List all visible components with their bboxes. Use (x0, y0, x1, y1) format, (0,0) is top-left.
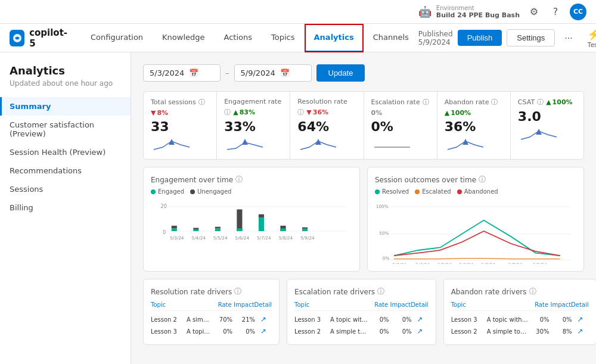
calendar-icon-from: 📅 (189, 69, 198, 77)
test-icon: ⚡ (587, 28, 596, 41)
legend-dot-escalated (415, 189, 420, 194)
settings-button[interactable]: Settings (507, 29, 555, 46)
metric-info-csat[interactable]: ⓘ (537, 98, 544, 107)
table-title-resolution: Resolution rate drivers ⓘ (151, 287, 272, 297)
nav-item-analytics[interactable]: Analytics (305, 24, 364, 52)
table-row-escalation-0: Lesson 3 A topic with a condition, va...… (294, 313, 429, 325)
nav-item-topics[interactable]: Topics (262, 24, 304, 52)
update-button[interactable]: Update (316, 64, 365, 82)
arrow-up-icon-csat: ▲ (546, 98, 551, 106)
session-outcomes-chart-svg: 100% 50% 0% 5/3/24 5/4/24 5/5 (375, 198, 576, 264)
metric-value-resolution-rate: 64% (297, 119, 356, 134)
col-header-detail-res: Detail (254, 301, 272, 308)
col-header-impact-res: Impact (232, 301, 254, 308)
svg-text:5/6/24: 5/6/24 (460, 262, 474, 264)
sidebar-item-sessions[interactable]: Sessions (0, 180, 131, 198)
svg-rect-15 (215, 228, 221, 231)
test-button[interactable]: ⚡ Test (582, 26, 596, 51)
nav-item-knowledge[interactable]: Knowledge (153, 24, 214, 52)
metric-label-resolution-rate: Resolution rate (297, 98, 347, 105)
metric-info-engagement-rate[interactable]: ⓘ (224, 108, 231, 117)
svg-text:5/9/24: 5/9/24 (300, 235, 315, 241)
detail-link-esc-0[interactable]: ↗ (412, 315, 429, 323)
metric-change-total-sessions: ▼ 8% (151, 109, 168, 117)
table-row-escalation-1: Lesson 2 A simple topic with a condit...… (294, 325, 429, 337)
main-layout: Analytics Updated about one hour ago Sum… (0, 52, 596, 364)
nav-item-actions[interactable]: Actions (215, 24, 262, 52)
test-label: Test (588, 41, 597, 48)
metrics-row: Total sessions ⓘ ▼ 8% 33 (143, 91, 584, 160)
nav-bar: copilot-5 Configuration Knowledge Action… (0, 24, 596, 52)
chart-legend-engagement: Engaged Unengaged (151, 188, 352, 195)
svg-rect-12 (172, 226, 177, 229)
environment-label: Environment (436, 5, 520, 11)
sidebar-title: Analytics (0, 64, 131, 79)
date-to-input[interactable]: 5/9/2024 📅 (234, 64, 312, 82)
content-area: 5/3/2024 📅 – 5/9/2024 📅 Update Total ses… (131, 52, 596, 364)
sidebar-item-billing[interactable]: Billing (0, 198, 131, 217)
date-from-value: 5/3/2024 (150, 69, 184, 77)
svg-text:5/4/24: 5/4/24 (416, 262, 430, 264)
arrow-down-icon: ▼ (151, 109, 156, 117)
metric-header-total-sessions: Total sessions ⓘ ▼ 8% (151, 98, 209, 117)
chart-info-engagement[interactable]: ⓘ (235, 175, 243, 185)
sidebar-item-session-health[interactable]: Session Health (Preview) (0, 143, 131, 161)
arrow-up-icon-ab: ▲ (445, 109, 449, 117)
col-header-topic-esc: Topic (294, 301, 330, 308)
sidebar-item-customer-satisfaction[interactable]: Customer satisfaction (Preview) (0, 116, 131, 143)
metric-label-total-sessions: Total sessions (151, 98, 196, 106)
svg-rect-20 (259, 214, 264, 217)
metric-value-engagement-rate: 33% (224, 119, 283, 134)
legend-abandoned: Abandoned (457, 188, 498, 195)
metric-info-abandon-rate[interactable]: ⓘ (491, 98, 498, 107)
svg-text:5/5/24: 5/5/24 (437, 262, 452, 264)
metric-info-resolution-rate[interactable]: ⓘ (297, 108, 304, 117)
detail-link-ab-1[interactable]: ↗ (572, 327, 589, 335)
table-title-escalation: Escalation rate drivers ⓘ (294, 287, 429, 297)
svg-rect-13 (193, 229, 198, 231)
svg-rect-19 (259, 217, 264, 231)
nav-item-configuration[interactable]: Configuration (81, 24, 153, 52)
date-from-input[interactable]: 5/3/2024 📅 (143, 64, 221, 82)
metric-label-engagement-rate: Engagement rate (224, 98, 281, 105)
metric-info-total-sessions[interactable]: ⓘ (198, 98, 205, 107)
settings-icon[interactable]: ⚙ (527, 5, 541, 19)
table-info-abandon[interactable]: ⓘ (529, 287, 536, 297)
legend-unengaged: Unengaged (190, 188, 231, 195)
nav-item-channels[interactable]: Channels (364, 24, 418, 52)
metric-info-escalation-rate[interactable]: ⓘ (423, 98, 429, 107)
col-header-topic-ab: Topic (451, 301, 487, 308)
sidebar-item-summary[interactable]: Summary (0, 97, 131, 116)
svg-text:5/4/24: 5/4/24 (192, 235, 206, 241)
nav-brand: copilot-5 (10, 27, 69, 49)
svg-rect-17 (237, 209, 242, 231)
svg-text:5/6/24: 5/6/24 (235, 235, 250, 241)
chart-card-session-outcomes: Session outcomes over time ⓘ Resolved Es… (367, 167, 584, 272)
brand-name: copilot-5 (29, 27, 69, 49)
chart-title-engagement: Engagement over time ⓘ (151, 175, 352, 185)
svg-rect-16 (215, 227, 221, 229)
col-header-desc-res (187, 301, 211, 308)
sidebar-item-recommendations[interactable]: Recommendations (0, 161, 131, 180)
metric-value-abandon-rate: 36% (445, 119, 503, 134)
svg-text:20: 20 (160, 203, 166, 209)
detail-link-res-1[interactable]: ↗ (255, 327, 272, 335)
legend-engaged: Engaged (151, 188, 184, 195)
legend-dot-resolved (375, 189, 380, 194)
more-button[interactable]: ··· (560, 30, 577, 46)
nav-right: Published 5/9/2024 Publish Settings ··· … (418, 26, 596, 51)
metric-change-escalation-rate: 0% (371, 109, 383, 117)
table-info-escalation[interactable]: ⓘ (377, 287, 384, 297)
help-icon[interactable]: ? (548, 5, 563, 19)
sidebar: Analytics Updated about one hour ago Sum… (0, 52, 131, 364)
svg-text:5/8/24: 5/8/24 (279, 235, 293, 241)
svg-text:5/5/24: 5/5/24 (213, 235, 228, 241)
detail-link-ab-0[interactable]: ↗ (572, 315, 589, 323)
detail-link-esc-1[interactable]: ↗ (412, 327, 429, 335)
publish-button[interactable]: Publish (458, 30, 502, 46)
chart-info-session-outcomes[interactable]: ⓘ (479, 175, 486, 185)
avatar[interactable]: CC (570, 4, 586, 20)
detail-link-res-0[interactable]: ↗ (255, 315, 272, 323)
brand-icon (10, 30, 24, 46)
table-info-resolution[interactable]: ⓘ (234, 287, 241, 297)
